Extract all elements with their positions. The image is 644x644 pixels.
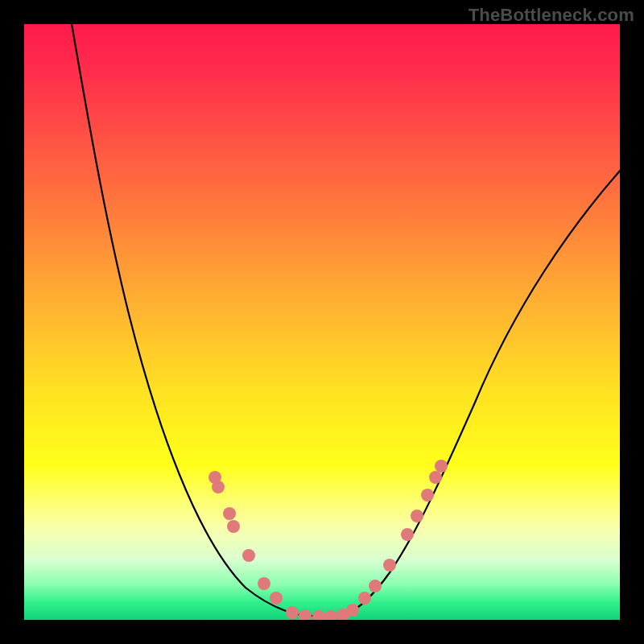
data-dot <box>358 592 371 605</box>
data-dot <box>242 549 255 562</box>
data-dot <box>223 507 236 520</box>
data-dot <box>401 528 414 541</box>
data-dot <box>286 606 299 619</box>
data-dot <box>369 580 382 592</box>
data-dot <box>299 609 312 620</box>
curve-path <box>66 24 620 616</box>
data-dot <box>435 460 448 473</box>
data-dot <box>212 481 225 493</box>
data-dot <box>227 520 240 533</box>
data-dot <box>324 610 337 620</box>
data-dot <box>421 489 434 502</box>
attribution-text: TheBottleneck.com <box>469 5 634 26</box>
data-dot <box>270 592 283 605</box>
data-dot <box>258 577 270 590</box>
data-dot <box>346 604 359 617</box>
data-dot <box>312 610 325 620</box>
data-dot <box>383 559 396 572</box>
chart-stage: TheBottleneck.com <box>0 0 644 644</box>
data-dot <box>411 510 423 522</box>
plot-area <box>24 24 620 620</box>
bottleneck-curve <box>24 24 620 620</box>
data-dot <box>429 471 442 484</box>
